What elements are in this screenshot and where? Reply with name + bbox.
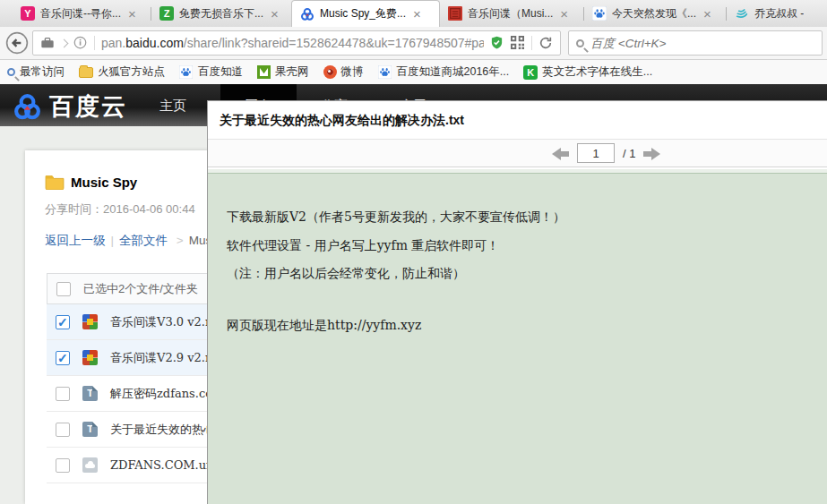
folder-icon bbox=[45, 174, 65, 190]
k-letter-icon: K bbox=[523, 65, 538, 80]
doc-line: （注：用户名以后会经常变化，防止和谐） bbox=[227, 266, 813, 282]
baidu-paw-icon bbox=[592, 6, 607, 21]
bookmark-label: 百度知道 bbox=[198, 64, 243, 80]
tab-music-spy-page[interactable]: 音乐间谍（Musi... × bbox=[440, 0, 583, 27]
page-total: / 1 bbox=[623, 147, 635, 160]
url-text[interactable]: pan.baidu.com/share/link?shareid=1528624… bbox=[101, 36, 484, 50]
preview-title: 关于最近失效的热心网友给出的解决办法.txt bbox=[208, 101, 827, 140]
bookmark-label: 最常访问 bbox=[20, 64, 65, 80]
doc-line: 下载最新版V2（作者5号更新发我的，大家不要宣传低调！） bbox=[227, 209, 813, 226]
security-shield-icon[interactable] bbox=[490, 36, 504, 50]
txt-preview-modal: 关于最近失效的热心网友给出的解决办法.txt / 1 下载最新版V2（作者5号更… bbox=[207, 100, 827, 504]
briefcase-icon[interactable] bbox=[40, 36, 55, 50]
close-icon[interactable]: × bbox=[411, 7, 423, 21]
preview-pager: / 1 bbox=[208, 140, 827, 167]
bookmarks-bar: 最常访问 火狐官方站点 百度知道 果壳网 微博 百度知道商城2016年... K… bbox=[0, 60, 827, 84]
y-letter-icon: Y bbox=[21, 6, 35, 21]
rar-archive-icon bbox=[82, 350, 98, 365]
bookmark-baidu-zhidao[interactable]: 百度知道 bbox=[179, 64, 243, 80]
close-icon[interactable]: × bbox=[269, 7, 280, 21]
bookmark-most-visited[interactable]: 最常访问 bbox=[7, 64, 65, 80]
browser-toolbar: pan.baidu.com/share/link?shareid=1528624… bbox=[0, 27, 827, 60]
tab-title: 今天突然发现《... bbox=[612, 6, 696, 21]
next-page-arrow-icon[interactable] bbox=[643, 148, 660, 160]
shared-folder-header: Music Spy bbox=[45, 174, 137, 190]
chevron-right-icon bbox=[60, 38, 69, 47]
qr-code-icon[interactable] bbox=[511, 36, 525, 50]
tab-title: Music Spy_免费... bbox=[320, 6, 406, 21]
bookmark-label: 火狐官方站点 bbox=[98, 64, 165, 80]
page-number-input[interactable] bbox=[577, 143, 615, 163]
tab-title: 乔克叔叔 - bbox=[754, 6, 804, 21]
bookmark-font-generator[interactable]: K 英文艺术字体在线生... bbox=[523, 64, 652, 80]
close-icon[interactable]: × bbox=[558, 7, 570, 21]
back-button[interactable] bbox=[5, 31, 29, 55]
bookmark-label: 百度知道商城2016年... bbox=[397, 64, 510, 80]
bookmark-label: 英文艺术字体在线生... bbox=[542, 64, 652, 80]
reload-icon[interactable] bbox=[538, 36, 553, 50]
logo-text: 百度云 bbox=[49, 90, 127, 123]
info-icon[interactable] bbox=[73, 36, 88, 50]
tab-qiaoke-uncle[interactable]: 乔克叔叔 - bbox=[727, 0, 827, 27]
select-all-checkbox[interactable] bbox=[56, 282, 71, 296]
browser-search-box[interactable] bbox=[568, 30, 823, 56]
rar-archive-icon bbox=[82, 314, 98, 329]
file-name[interactable]: ZDFANS.COM.url bbox=[110, 458, 215, 472]
bookmark-firefox-site[interactable]: 火狐官方站点 bbox=[79, 64, 165, 80]
close-icon[interactable]: × bbox=[702, 7, 713, 21]
tab-music-spy-site[interactable]: Y 音乐间谍--寻你... × bbox=[13, 0, 151, 27]
row-checkbox[interactable] bbox=[56, 315, 70, 329]
search-input[interactable] bbox=[590, 37, 814, 50]
bookmark-weibo[interactable]: 微博 bbox=[323, 64, 364, 80]
browser-tab-bar: Y 音乐间谍--寻你... × Z 免费无损音乐下... × Music Spy… bbox=[0, 0, 827, 27]
baidu-paw-icon bbox=[179, 65, 194, 80]
bookmark-baidu-mall[interactable]: 百度知道商城2016年... bbox=[378, 64, 510, 80]
tab-title: 音乐间谍（Musi... bbox=[468, 6, 553, 21]
breadcrumb-separator: | bbox=[111, 234, 115, 247]
previous-page-arrow-icon[interactable] bbox=[552, 148, 569, 160]
bookmark-guokr[interactable]: 果壳网 bbox=[257, 64, 309, 80]
address-bar[interactable]: pan.baidu.com/share/link?shareid=1528624… bbox=[32, 30, 561, 56]
breadcrumb-gt: > bbox=[177, 234, 184, 247]
row-checkbox[interactable] bbox=[56, 387, 70, 401]
divider bbox=[94, 36, 95, 50]
doc-line: 网页版现在地址是http://yyfm.xyz bbox=[227, 318, 813, 334]
doc-line: 软件代理设置 - 用户名写上yyfm 重启软件即可！ bbox=[227, 238, 813, 254]
baidu-paw-icon bbox=[378, 65, 392, 80]
search-icon bbox=[576, 39, 584, 47]
z-letter-icon: Z bbox=[159, 6, 174, 21]
tab-baidu-pan-active[interactable]: Music Spy_免费... × bbox=[291, 0, 440, 27]
tab-title: 音乐间谍--寻你... bbox=[40, 6, 121, 21]
magnifier-icon bbox=[7, 68, 15, 76]
bookmark-label: 微博 bbox=[341, 64, 364, 80]
row-checkbox[interactable] bbox=[56, 458, 70, 473]
row-checkbox[interactable] bbox=[56, 351, 70, 365]
tab-lossless-music[interactable]: Z 免费无损音乐下... × bbox=[151, 0, 291, 27]
breadcrumb-all-files-link[interactable]: 全部文件 bbox=[119, 234, 168, 247]
shared-folder-name: Music Spy bbox=[71, 175, 137, 190]
tab-title: 免费无损音乐下... bbox=[179, 6, 263, 21]
bookmark-label: 果壳网 bbox=[275, 64, 309, 80]
txt-document-body: 下载最新版V2（作者5号更新发我的，大家不要宣传低调！） 软件代理设置 - 用户… bbox=[208, 169, 827, 504]
baidu-pan-icon bbox=[300, 7, 314, 21]
baidu-yun-logo[interactable]: 百度云 bbox=[13, 90, 127, 123]
divider bbox=[531, 36, 532, 50]
selection-summary: 已选中2个文件/文件夹 bbox=[83, 281, 198, 297]
txt-file-icon: T bbox=[82, 422, 98, 437]
red-seal-icon bbox=[448, 6, 462, 21]
share-time: 分享时间：2016-04-06 00:44 bbox=[45, 201, 195, 218]
row-checkbox[interactable] bbox=[56, 423, 70, 437]
nav-item-home[interactable]: 主页 bbox=[159, 84, 186, 126]
weibo-icon bbox=[323, 65, 337, 79]
teal-wing-icon bbox=[735, 6, 749, 21]
baidu-cloud-icon bbox=[13, 92, 42, 122]
url-shortcut-icon bbox=[82, 457, 98, 473]
close-icon[interactable]: × bbox=[126, 7, 138, 21]
breadcrumb-up-link[interactable]: 返回上一级 bbox=[45, 234, 106, 247]
txt-file-icon: T bbox=[82, 386, 98, 401]
guokr-icon bbox=[257, 65, 271, 79]
folder-icon bbox=[79, 67, 93, 78]
tab-baidu-result[interactable]: 今天突然发现《... × bbox=[584, 0, 726, 27]
